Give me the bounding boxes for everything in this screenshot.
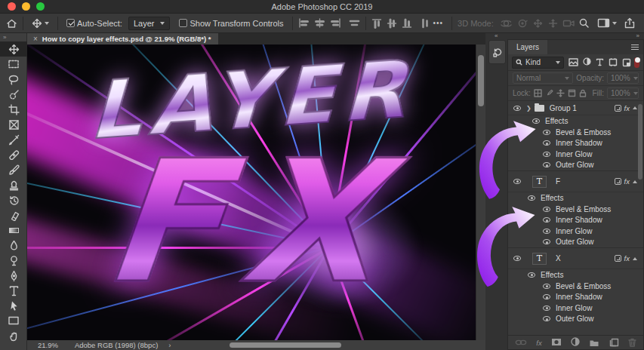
- delete-layer-icon[interactable]: [628, 338, 636, 347]
- path-selection-tool[interactable]: [0, 298, 27, 313]
- close-tab-icon[interactable]: ×: [33, 35, 38, 43]
- filter-type-icon[interactable]: [596, 58, 604, 66]
- tab-layers[interactable]: Layers: [508, 40, 547, 54]
- history-panel-icon[interactable]: [488, 40, 506, 64]
- 3d-roll-icon[interactable]: [516, 18, 528, 29]
- align-right-edges-icon[interactable]: [330, 18, 341, 28]
- layer-name[interactable]: F: [556, 177, 560, 186]
- frame-tool[interactable]: [0, 117, 27, 132]
- filter-smart-object-icon[interactable]: [622, 58, 631, 67]
- visibility-eye-icon[interactable]: [543, 130, 550, 135]
- auto-select-target-dropdown[interactable]: Layer: [128, 17, 171, 30]
- group-disclosure-icon[interactable]: ❯: [526, 105, 532, 112]
- rectangle-tool[interactable]: [0, 313, 27, 328]
- opacity-dropdown[interactable]: 100%: [607, 72, 639, 84]
- more-options-icon[interactable]: •••: [430, 19, 447, 27]
- layer-name[interactable]: X: [556, 254, 561, 262]
- layer-name[interactable]: Group 1: [550, 104, 577, 112]
- lock-pixels-icon[interactable]: [545, 89, 553, 97]
- visibility-eye-icon[interactable]: [543, 229, 550, 234]
- vertical-scrollbar-thumb[interactable]: [478, 55, 484, 106]
- filter-adjustment-icon[interactable]: [583, 57, 591, 67]
- adjustment-layer-icon[interactable]: [571, 337, 580, 348]
- layers-scrollbar-thumb[interactable]: [638, 104, 642, 180]
- rectangular-marquee-tool[interactable]: [0, 57, 27, 72]
- status-chevron-icon[interactable]: ›: [168, 341, 171, 349]
- history-brush-tool[interactable]: [0, 192, 27, 207]
- visibility-eye-icon[interactable]: [543, 294, 550, 299]
- visibility-eye-icon[interactable]: [543, 305, 550, 311]
- zoom-level[interactable]: 21.9%: [38, 341, 58, 349]
- type-tool[interactable]: [0, 283, 27, 298]
- visibility-eye-icon[interactable]: [543, 239, 550, 244]
- checkbox-unchecked-icon[interactable]: [179, 19, 187, 27]
- toolbar-expand-icon[interactable]: »: [0, 33, 26, 41]
- align-horizontal-centers-icon[interactable]: [314, 18, 325, 28]
- home-icon[interactable]: [6, 18, 17, 29]
- add-layer-mask-icon[interactable]: [551, 338, 562, 348]
- visibility-eye-icon[interactable]: [543, 316, 550, 321]
- clone-stamp-tool[interactable]: [0, 177, 27, 192]
- collapse-effects-icon[interactable]: [633, 180, 637, 183]
- document-tab[interactable]: × How to copy layer effects.psd @ 21.9% …: [27, 33, 218, 45]
- collapse-dock-icon[interactable]: «: [495, 32, 498, 39]
- effect-row[interactable]: Outer Glow: [508, 314, 643, 325]
- eyedropper-tool[interactable]: [0, 132, 27, 147]
- auto-select-checkbox[interactable]: Auto-Select:: [63, 19, 125, 28]
- 3d-pan-icon[interactable]: [532, 18, 544, 29]
- new-group-icon[interactable]: [589, 339, 599, 347]
- distribute-vertical-icon[interactable]: [420, 18, 430, 29]
- filter-shape-icon[interactable]: [609, 58, 618, 66]
- panel-menu-icon[interactable]: [631, 45, 639, 51]
- show-transform-checkbox[interactable]: Show Transform Controls: [176, 19, 286, 28]
- collapse-effects-icon[interactable]: [633, 106, 637, 109]
- fx-badge[interactable]: fx: [624, 177, 630, 186]
- align-bottom-edges-icon[interactable]: [402, 18, 412, 29]
- blur-tool[interactable]: [0, 238, 27, 253]
- visibility-eye-icon[interactable]: [543, 217, 550, 223]
- visibility-eye-icon[interactable]: [543, 140, 550, 146]
- align-top-edges-icon[interactable]: [371, 18, 382, 29]
- align-left-edges-icon[interactable]: [298, 18, 310, 28]
- filter-kind-dropdown[interactable]: Kind: [512, 57, 564, 69]
- expand-dock-icon[interactable]: »: [636, 32, 639, 39]
- search-icon[interactable]: [578, 17, 590, 29]
- move-tool[interactable]: [0, 41, 27, 57]
- lock-transparency-icon[interactable]: [534, 89, 542, 97]
- workspace-switcher[interactable]: [597, 18, 617, 28]
- layer-row-group1[interactable]: ❯ Group 1 fx: [508, 101, 643, 115]
- visibility-eye-icon[interactable]: [543, 207, 550, 212]
- document-canvas[interactable]: LAYER FX: [27, 45, 476, 340]
- horizontal-scrollbar-thumb[interactable]: [230, 342, 341, 348]
- eraser-tool[interactable]: [0, 207, 27, 223]
- collapse-effects-icon[interactable]: [633, 257, 637, 260]
- lock-all-icon[interactable]: [579, 89, 587, 97]
- lock-artboard-icon[interactable]: [568, 89, 576, 97]
- effect-row[interactable]: Inner Shadow: [508, 292, 643, 303]
- spot-healing-brush-tool[interactable]: [0, 147, 27, 162]
- add-layer-style-icon[interactable]: fx: [536, 339, 541, 347]
- hand-tool[interactable]: [0, 328, 27, 343]
- share-icon[interactable]: [624, 17, 635, 29]
- filter-pixel-icon[interactable]: [569, 58, 578, 66]
- blend-mode-dropdown[interactable]: Normal: [513, 72, 573, 84]
- crop-tool[interactable]: [0, 102, 27, 117]
- align-vertical-centers-icon[interactable]: [387, 18, 397, 29]
- 3d-orbit-icon[interactable]: [500, 18, 513, 29]
- brush-tool[interactable]: [0, 162, 27, 177]
- dodge-tool[interactable]: [0, 253, 27, 268]
- fx-badge[interactable]: fx: [624, 104, 630, 112]
- visibility-eye-icon[interactable]: [513, 106, 521, 111]
- link-layers-icon[interactable]: [515, 339, 527, 346]
- pen-tool[interactable]: [0, 268, 27, 283]
- distribute-horizontal-icon[interactable]: [349, 18, 360, 28]
- fill-dropdown[interactable]: 100%: [607, 88, 639, 99]
- visibility-eye-icon[interactable]: [543, 284, 550, 289]
- fx-badge[interactable]: fx: [624, 254, 630, 262]
- quick-selection-tool[interactable]: [0, 87, 27, 102]
- checkbox-checked-icon[interactable]: [66, 19, 75, 27]
- filter-toggle-switch[interactable]: [634, 57, 639, 68]
- 3d-slide-icon[interactable]: [547, 18, 559, 29]
- lasso-tool[interactable]: [0, 72, 27, 87]
- effect-row[interactable]: Inner Glow: [508, 302, 643, 314]
